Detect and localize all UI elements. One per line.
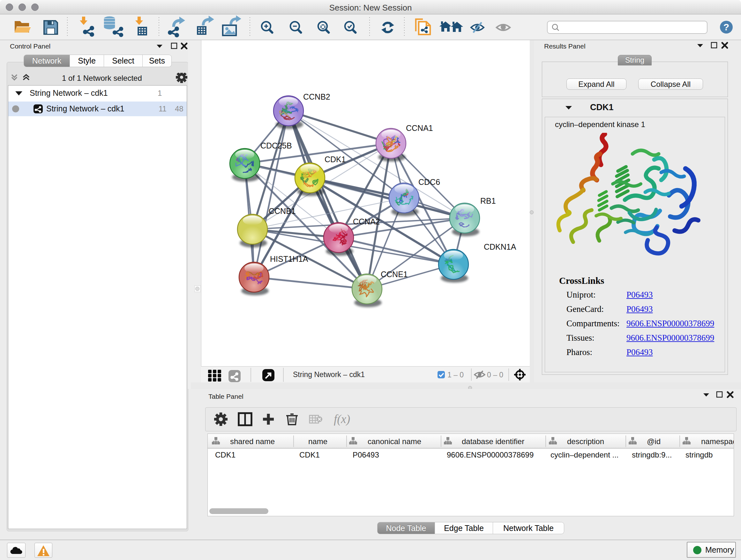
svg-text:CDKN1A: CDKN1A bbox=[484, 242, 516, 251]
svg-text:CDK1: CDK1 bbox=[325, 155, 346, 164]
svg-text:database identifier: database identifier bbox=[462, 437, 524, 446]
svg-text:CCNB1: CCNB1 bbox=[269, 206, 296, 215]
svg-text:namespace: namespace bbox=[701, 437, 734, 446]
svg-text:description: description bbox=[567, 437, 604, 446]
svg-text:CCNA1: CCNA1 bbox=[406, 124, 433, 132]
svg-text:CCNE1: CCNE1 bbox=[381, 270, 408, 279]
svg-text:CDC25B: CDC25B bbox=[260, 141, 292, 150]
svg-text:f(x): f(x) bbox=[334, 413, 350, 426]
svg-text:?: ? bbox=[724, 22, 729, 32]
svg-text:CDC6: CDC6 bbox=[418, 178, 440, 186]
svg-text:name: name bbox=[308, 437, 327, 446]
svg-text:CCNA2: CCNA2 bbox=[353, 217, 380, 226]
svg-text:shared name: shared name bbox=[230, 437, 275, 446]
svg-text:HIST1H1A: HIST1H1A bbox=[270, 254, 308, 263]
svg-text:RB1: RB1 bbox=[480, 196, 496, 205]
svg-text:@id: @id bbox=[647, 437, 661, 446]
svg-text:canonical name: canonical name bbox=[367, 437, 421, 446]
svg-text:CCNB2: CCNB2 bbox=[303, 92, 330, 101]
